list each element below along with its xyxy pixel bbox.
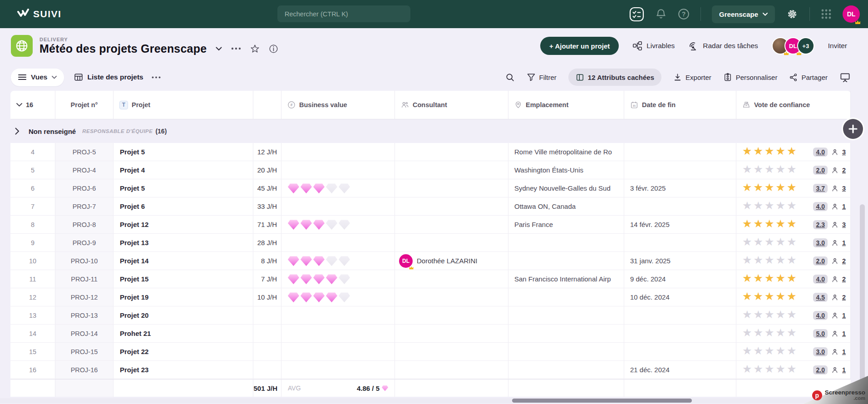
star-rating[interactable]: ★★★★★ <box>742 182 798 193</box>
star-rating[interactable]: ★★★★★ <box>742 200 798 211</box>
project-id-cell[interactable]: PROJ-12 <box>55 288 113 306</box>
add-project-button[interactable]: + Ajouter un projet <box>540 37 619 55</box>
score-badge[interactable]: 4.0 <box>813 148 827 157</box>
radar-taches-button[interactable]: Radar des tâches <box>688 41 758 51</box>
effort-cell[interactable]: 71 J/H <box>253 216 281 233</box>
project-name-cell[interactable]: Projet 14 <box>113 252 253 270</box>
vote-count[interactable]: 1 <box>842 330 846 337</box>
project-id-cell[interactable]: PROJ-5 <box>55 143 113 161</box>
filter-button[interactable]: Filtrer <box>527 73 557 82</box>
score-badge[interactable]: 4.0 <box>813 311 827 320</box>
end-date-cell[interactable] <box>624 234 736 251</box>
effort-cell[interactable] <box>253 361 281 379</box>
title-chevron-down-icon[interactable] <box>216 47 222 51</box>
apps-grid-icon[interactable] <box>821 9 832 20</box>
project-id-cell[interactable]: PROJ-10 <box>55 252 113 270</box>
end-date-cell[interactable]: 21 déc. 2024 <box>624 361 736 379</box>
title-more-icon[interactable] <box>231 47 241 50</box>
score-badge[interactable]: 4.5 <box>813 293 827 302</box>
business-value-cell[interactable] <box>281 343 395 360</box>
views-menu-button[interactable]: Vues <box>11 69 64 86</box>
column-header-blank[interactable] <box>253 91 281 119</box>
end-date-cell[interactable]: 10 déc. 2024 <box>624 288 736 306</box>
end-date-cell[interactable] <box>624 343 736 360</box>
table-row[interactable]: 5 PROJ-4 Projet 4 20 J/H Washington État… <box>10 161 851 179</box>
score-badge[interactable]: 3.0 <box>813 238 827 247</box>
consultant-cell[interactable] <box>395 161 508 179</box>
star-rating[interactable]: ★★★★★ <box>742 236 798 247</box>
score-badge[interactable]: 4.0 <box>813 202 827 211</box>
project-id-cell[interactable]: PROJ-9 <box>55 234 113 251</box>
column-header-confidence-vote[interactable]: Vote de confiance <box>736 91 851 119</box>
business-value-cell[interactable] <box>281 179 395 197</box>
project-id-cell[interactable]: PROJ-7 <box>55 197 113 215</box>
vote-count[interactable]: 3 <box>842 185 846 192</box>
effort-cell[interactable]: 33 J/H <box>253 197 281 215</box>
star-rating[interactable]: ★★★★★ <box>742 255 798 266</box>
vote-count[interactable]: 2 <box>842 257 846 265</box>
table-row[interactable]: 9 PROJ-9 Projet 13 28 J/H ★★★★★ 3.0 1 <box>10 234 851 252</box>
workspace-switcher[interactable]: Greenscape <box>712 5 775 23</box>
consultant-cell[interactable] <box>395 234 508 251</box>
consultant-cell[interactable] <box>395 143 508 161</box>
score-badge[interactable]: 2.0 <box>813 166 827 175</box>
score-badge[interactable]: 2.0 <box>813 365 827 374</box>
location-cell[interactable] <box>508 325 624 342</box>
location-cell[interactable] <box>508 306 624 324</box>
project-name-cell[interactable]: Prohet 21 <box>113 325 253 342</box>
confidence-vote-cell[interactable]: ★★★★★ 4.5 2 <box>736 288 851 306</box>
table-row[interactable]: 16 PROJ-16 Projet 23 21 déc. 2024 ★★★★★ … <box>10 361 851 379</box>
business-value-cell[interactable] <box>281 361 395 379</box>
horizontal-scrollbar[interactable] <box>512 399 692 403</box>
location-cell[interactable] <box>508 252 624 270</box>
location-cell[interactable] <box>508 234 624 251</box>
location-cell[interactable]: Sydney Nouvelle-Galles du Sud <box>508 179 624 197</box>
project-id-cell[interactable]: PROJ-13 <box>55 306 113 324</box>
project-id-cell[interactable]: PROJ-14 <box>55 325 113 342</box>
vote-count[interactable]: 1 <box>842 203 846 210</box>
table-row[interactable]: 14 PROJ-14 Prohet 21 ★★★★★ 5.0 1 <box>10 325 851 343</box>
project-name-cell[interactable]: Projet 5 <box>113 143 253 161</box>
effort-cell[interactable] <box>253 306 281 324</box>
effort-cell[interactable]: 7 J/H <box>253 270 281 288</box>
member-avatars[interactable]: DL +3 <box>772 37 814 54</box>
project-name-cell[interactable]: Projet 23 <box>113 361 253 379</box>
end-date-cell[interactable] <box>624 197 736 215</box>
member-more-count[interactable]: +3 <box>797 37 814 54</box>
consultant-cell[interactable] <box>395 216 508 233</box>
column-header-project[interactable]: T Projet <box>113 91 253 119</box>
project-name-cell[interactable]: Projet 12 <box>113 216 253 233</box>
confidence-vote-cell[interactable]: ★★★★★ 3.0 1 <box>736 234 851 251</box>
notifications-bell-icon[interactable] <box>655 8 667 20</box>
customize-button[interactable]: Personnaliser <box>723 73 778 82</box>
consultant-cell[interactable]: DL Dorothée LAZARINI <box>395 252 508 270</box>
location-cell[interactable]: San Francisco International Airp <box>508 270 624 288</box>
project-name-cell[interactable]: Projet 22 <box>113 343 253 360</box>
business-value-cell[interactable] <box>281 216 395 233</box>
consultant-cell[interactable] <box>395 197 508 215</box>
end-date-cell[interactable]: 9 déc. 2024 <box>624 270 736 288</box>
table-row[interactable]: 13 PROJ-13 Projet 20 ★★★★★ 4.0 1 <box>10 306 851 325</box>
end-date-cell[interactable]: 31 janv. 2025 <box>624 252 736 270</box>
business-value-cell[interactable] <box>281 288 395 306</box>
share-button[interactable]: Partager <box>789 73 828 82</box>
effort-cell[interactable]: 8 J/H <box>253 252 281 270</box>
info-icon[interactable] <box>269 44 278 54</box>
project-id-cell[interactable]: PROJ-4 <box>55 161 113 179</box>
star-rating[interactable]: ★★★★★ <box>742 327 798 338</box>
consultant-cell[interactable] <box>395 288 508 306</box>
expand-chevron-icon[interactable] <box>15 128 20 135</box>
location-cell[interactable] <box>508 361 624 379</box>
vote-count[interactable]: 2 <box>842 294 846 301</box>
project-name-cell[interactable]: Projet 5 <box>113 179 253 197</box>
effort-cell[interactable] <box>253 325 281 342</box>
view-more-icon[interactable] <box>152 76 161 79</box>
project-name-cell[interactable]: Projet 4 <box>113 161 253 179</box>
business-value-cell[interactable] <box>281 197 395 215</box>
confidence-vote-cell[interactable]: ★★★★★ 3.7 3 <box>736 179 851 197</box>
search-icon[interactable] <box>505 73 515 82</box>
star-rating[interactable]: ★★★★★ <box>742 273 798 284</box>
end-date-cell[interactable] <box>624 306 736 324</box>
header-count-cell[interactable]: 16 <box>10 91 55 119</box>
confidence-vote-cell[interactable]: ★★★★★ 4.0 1 <box>736 306 851 324</box>
